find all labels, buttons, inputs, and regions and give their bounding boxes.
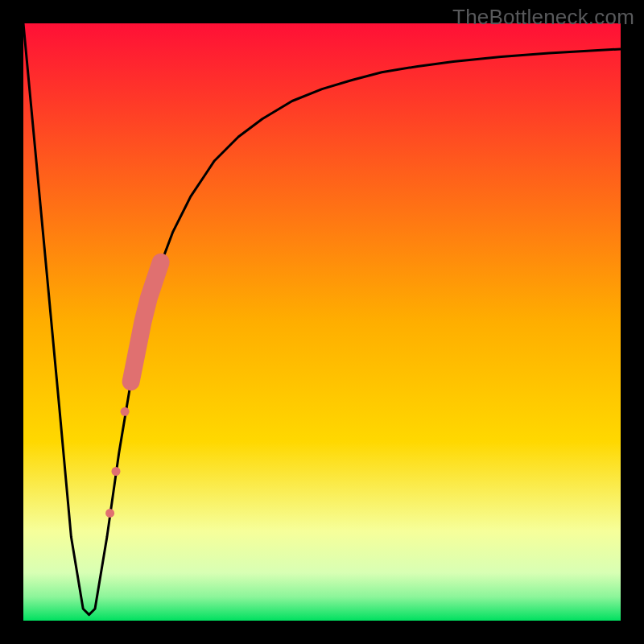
highlight-dot bbox=[121, 407, 130, 416]
plot-area bbox=[23, 23, 621, 621]
bottleneck-chart bbox=[23, 23, 621, 621]
chart-frame: TheBottleneck.com bbox=[0, 0, 644, 644]
highlight-dot bbox=[112, 467, 121, 476]
watermark-text: TheBottleneck.com bbox=[452, 5, 634, 30]
highlight-dot bbox=[105, 509, 114, 518]
gradient-background bbox=[23, 23, 621, 621]
